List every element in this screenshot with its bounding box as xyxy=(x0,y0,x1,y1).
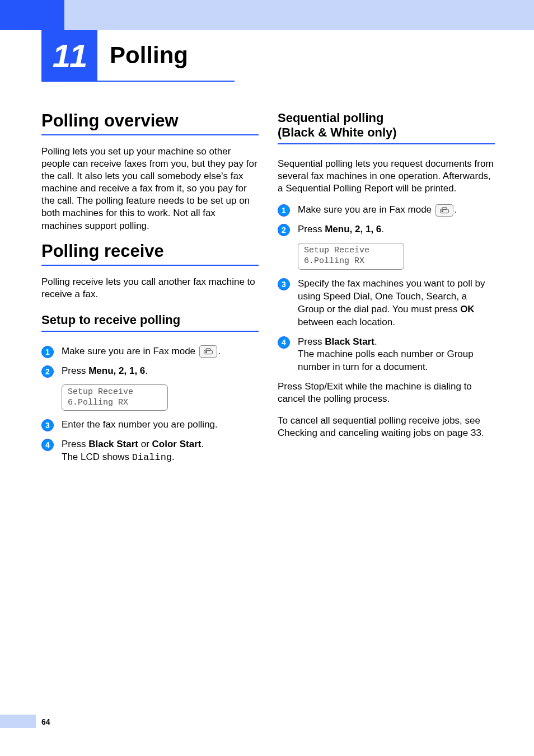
text: or xyxy=(138,439,152,449)
overview-body: Polling lets you set up your machine so … xyxy=(41,145,259,232)
text-bold: Black Start xyxy=(88,439,138,449)
lcd-display: Setup Receive 6.Polling RX xyxy=(298,243,404,270)
text: Press xyxy=(62,439,88,449)
text-bold: Stop/Exit xyxy=(305,381,343,392)
step-text: Press Black Start or Color Start. The LC… xyxy=(62,438,204,464)
step-text: Make sure you are in Fax mode . xyxy=(62,345,221,358)
heading-polling-overview: Polling overview xyxy=(41,111,259,135)
text-italic: Checking and canceling waiting jobs xyxy=(278,428,431,438)
fax-icon xyxy=(199,345,217,358)
receive-body: Polling receive lets you call another fa… xyxy=(41,276,259,300)
lcd-line: 6.Polling RX xyxy=(68,398,128,407)
top-accent-blue xyxy=(0,0,64,30)
text-mono: Dialing xyxy=(132,452,172,463)
top-accent-light xyxy=(64,0,534,30)
after-text-1: Press Stop/Exit while the machine is dia… xyxy=(278,381,495,405)
heading-sequential-polling: Sequential polling (Black & White only) xyxy=(278,111,495,144)
right-column: Sequential polling (Black & White only) … xyxy=(278,106,495,471)
lcd-display: Setup Receive 6.Polling RX xyxy=(62,384,168,411)
step-badge: 3 xyxy=(41,419,54,431)
right-step-1: 1 Make sure you are in Fax mode . xyxy=(278,204,495,217)
text: Specify the fax machines you want to pol… xyxy=(298,278,485,314)
lcd-line: 6.Polling RX xyxy=(304,256,364,266)
right-step-2: 2 Press Menu, 2, 1, 6. xyxy=(278,223,495,236)
left-column: Polling overview Polling lets you set up… xyxy=(41,106,259,471)
step-text: Press Menu, 2, 1, 6. xyxy=(62,365,148,378)
text: Press xyxy=(278,381,305,392)
text: The machine polls each number or Group n… xyxy=(298,349,474,372)
text: Press xyxy=(62,365,88,376)
text-bold: Menu xyxy=(325,224,349,234)
text-bold: , 2, 1, 6 xyxy=(350,224,382,234)
heading-polling-receive: Polling receive xyxy=(41,241,259,266)
step-badge: 3 xyxy=(278,278,290,290)
svg-rect-5 xyxy=(441,210,443,212)
page-number-accent xyxy=(0,715,36,728)
step-badge: 4 xyxy=(41,439,54,451)
text-bold: , 2, 1, 6 xyxy=(114,365,146,376)
fax-icon xyxy=(435,204,453,217)
step-badge: 1 xyxy=(41,346,54,358)
left-step-1: 1 Make sure you are in Fax mode . xyxy=(41,345,259,358)
chapter-number: 11 xyxy=(41,30,97,81)
text-bold: Black Start xyxy=(325,336,374,347)
text: . xyxy=(145,365,148,376)
text-bold: Color Start xyxy=(152,439,202,449)
text: . xyxy=(455,204,457,215)
text: Make sure you are in Fax mode xyxy=(298,204,434,215)
left-step-4: 4 Press Black Start or Color Start. The … xyxy=(41,438,259,464)
step-badge: 4 xyxy=(278,336,290,349)
step-badge: 2 xyxy=(278,224,290,236)
heading-setup-receive-polling: Setup to receive polling xyxy=(41,313,259,332)
seq-body: Sequential polling lets you request docu… xyxy=(278,158,495,195)
left-step-3: 3 Enter the fax number you are polling. xyxy=(41,419,259,431)
chapter-header: 11 Polling xyxy=(41,30,235,82)
left-step-2: 2 Press Menu, 2, 1, 6. xyxy=(41,365,259,378)
after-text-2: To cancel all sequential polling receive… xyxy=(278,415,495,439)
text: . xyxy=(201,439,204,449)
text-bold: OK xyxy=(460,304,475,314)
step-text: Specify the fax machines you want to pol… xyxy=(298,278,495,329)
text: Press xyxy=(298,224,325,234)
text: . xyxy=(218,346,221,356)
text-bold: Menu xyxy=(88,365,113,376)
right-step-4: 4 Press Black Start. The machine polls e… xyxy=(278,336,495,374)
text: Make sure you are in Fax mode xyxy=(62,346,198,356)
chapter-title: Polling xyxy=(110,42,188,69)
svg-rect-2 xyxy=(205,351,207,353)
text: . xyxy=(374,336,377,347)
lcd-line: Setup Receive xyxy=(68,387,133,397)
step-text: Enter the fax number you are polling. xyxy=(62,419,218,431)
text: The LCD shows xyxy=(62,452,132,462)
step-text: Press Black Start. The machine polls eac… xyxy=(298,336,495,374)
content: Polling overview Polling lets you set up… xyxy=(41,106,495,471)
text: Press xyxy=(298,336,325,347)
step-badge: 2 xyxy=(41,365,54,378)
step-text: Make sure you are in Fax mode . xyxy=(298,204,457,217)
text: on page 33. xyxy=(431,428,484,438)
text: between each location. xyxy=(298,317,395,327)
step-text: Press Menu, 2, 1, 6. xyxy=(298,223,384,236)
text: To cancel all sequential polling receive… xyxy=(278,415,480,426)
right-step-3: 3 Specify the fax machines you want to p… xyxy=(278,278,495,329)
page-number: 64 xyxy=(41,717,50,726)
step-badge: 1 xyxy=(278,204,290,217)
text: . xyxy=(381,224,384,234)
text: . xyxy=(172,452,175,462)
lcd-line: Setup Receive xyxy=(304,246,369,255)
